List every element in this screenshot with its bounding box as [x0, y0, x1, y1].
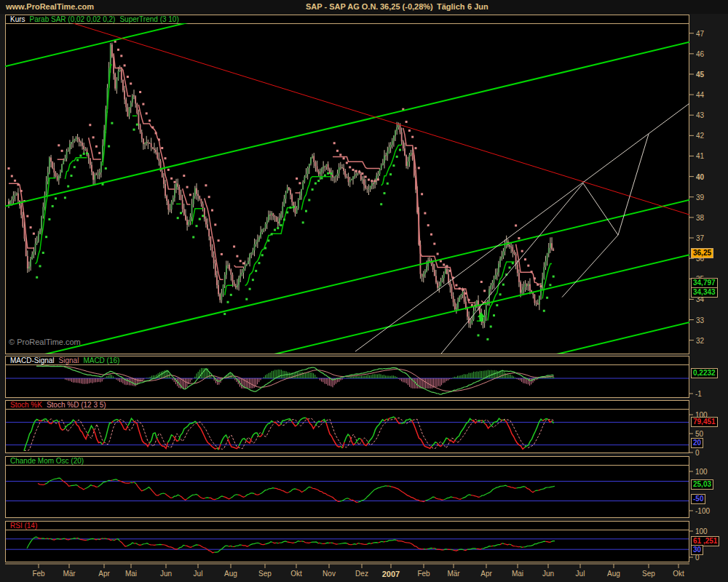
rsi-line: [524, 541, 546, 547]
stoch-line: [103, 442, 105, 445]
candle-body: [82, 143, 83, 146]
chande-line: [62, 479, 71, 486]
month-label: Mai: [115, 570, 147, 578]
stoch-line: [432, 442, 438, 447]
candle-body: [301, 189, 302, 195]
candle-body: [170, 210, 171, 210]
candle-body: [537, 303, 539, 305]
candle-body: [333, 177, 335, 178]
candle-body: [49, 158, 50, 173]
parabolic-sar-dot: [167, 169, 170, 171]
parabolic-sar-dot: [133, 129, 135, 131]
candle-body: [379, 169, 381, 174]
candle-body: [182, 200, 183, 209]
candle-body: [13, 196, 15, 199]
price-tick-label: 39: [696, 194, 704, 202]
candle-body: [74, 140, 75, 141]
candle-body: [181, 195, 182, 200]
parabolic-sar-dot: [455, 284, 457, 287]
parabolic-sar-dot: [509, 266, 511, 268]
parabolic-sar-dot: [86, 152, 88, 154]
candle-body: [370, 186, 371, 189]
candle-body: [472, 319, 473, 322]
candle-body: [9, 201, 11, 204]
chande-line: [187, 494, 198, 498]
price-tick-label: 41: [696, 152, 704, 160]
candle-body: [397, 124, 399, 127]
candle-body: [250, 252, 252, 254]
candle-body: [373, 183, 374, 184]
parabolic-sar-dot: [411, 136, 414, 138]
parabolic-sar-dot: [521, 250, 523, 252]
supertrend-line: [403, 128, 475, 303]
parabolic-sar-dot: [120, 55, 122, 57]
parabolic-sar-dot: [349, 166, 351, 168]
stoch-value-box: 20: [691, 438, 703, 448]
chande-line: [231, 495, 238, 498]
candle-body: [343, 168, 344, 171]
parabolic-sar-dot: [42, 252, 44, 254]
parabolic-sar-dot: [30, 226, 32, 228]
candle-body: [409, 155, 411, 162]
parabolic-sar-dot: [199, 218, 201, 220]
candle-body: [162, 171, 163, 178]
parabolic-sar-dot: [52, 205, 54, 207]
parabolic-sar-dot: [180, 212, 182, 214]
green-trendline: [0, 41, 692, 207]
price-tick-label: 42: [696, 132, 704, 140]
parabolic-sar-dot: [161, 147, 163, 149]
candle-body: [159, 159, 160, 162]
candle-body: [213, 256, 215, 263]
rsi-line: [353, 544, 357, 545]
parabolic-sar-dot: [233, 245, 235, 247]
stoch-line: [104, 423, 111, 442]
stoch-line: [133, 420, 150, 447]
chande-line: [289, 489, 296, 493]
chart-canvas[interactable]: [0, 0, 728, 582]
candle-body: [276, 217, 277, 221]
candle-body: [65, 159, 66, 161]
candle-body: [449, 282, 451, 286]
parabolic-sar-dot: [462, 289, 464, 291]
candle-body: [551, 243, 553, 249]
candle-body: [304, 177, 305, 182]
supertrend-line: [225, 285, 233, 295]
candle-body: [280, 214, 282, 218]
rsi-line: [521, 546, 523, 547]
chande-line: [173, 495, 180, 498]
candle-body: [486, 305, 487, 315]
rsi-line: [397, 541, 424, 549]
candle-body: [323, 167, 324, 169]
candle-body: [46, 181, 47, 194]
supertrend-line: [183, 188, 191, 204]
parabolic-sar-dot: [524, 258, 526, 260]
candle-body: [116, 79, 117, 88]
candle-body: [205, 219, 207, 225]
candle-body: [518, 273, 520, 282]
price-tick-label: 43: [696, 111, 704, 119]
parabolic-sar-dot: [261, 254, 264, 256]
price-tick-label: 44: [696, 91, 704, 99]
candle-body: [215, 263, 216, 276]
candle-body: [324, 167, 325, 167]
rsi-value-box: 30: [691, 545, 703, 555]
white-trendline: [562, 235, 618, 298]
parabolic-sar-dot: [92, 136, 95, 138]
candle-body: [341, 167, 343, 168]
candle-body: [352, 177, 354, 180]
candle-body: [279, 218, 280, 223]
month-label: Okt: [280, 570, 312, 578]
candle-body: [514, 252, 515, 254]
candle-body: [290, 190, 291, 195]
parabolic-sar-dot: [336, 150, 339, 152]
chande-line: [274, 488, 289, 493]
candle-body: [33, 252, 35, 255]
candle-body: [371, 183, 373, 186]
stoch-value-box: 79,451: [691, 417, 718, 427]
month-label: Nov: [313, 570, 345, 578]
candle-body: [396, 127, 397, 131]
candle-body: [230, 270, 232, 275]
candle-body: [20, 205, 22, 215]
candle-body: [309, 164, 310, 167]
candle-body: [357, 174, 359, 175]
